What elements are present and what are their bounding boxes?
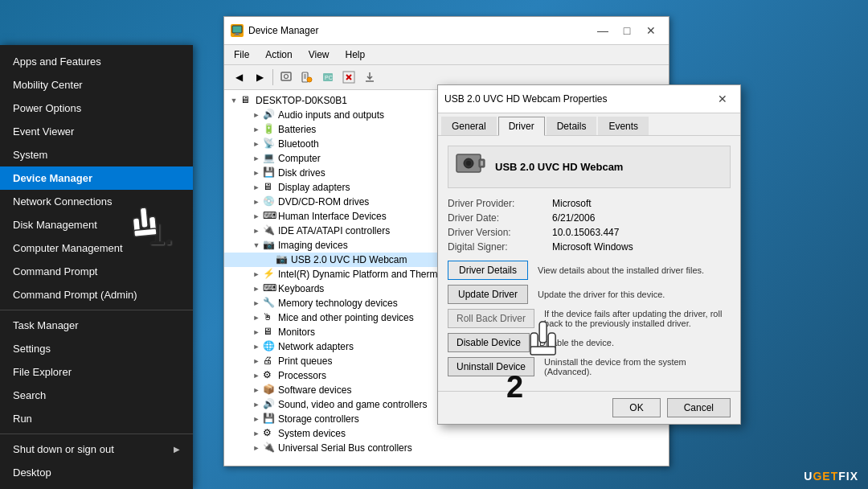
expand-network[interactable]: ►	[250, 340, 263, 353]
ide-icon: 🔌	[263, 224, 276, 237]
expand-print[interactable]: ►	[250, 355, 263, 368]
expand-computer[interactable]: ►	[250, 152, 263, 165]
tree-label-monitors: Monitors	[278, 327, 315, 338]
menu-item-shutdown[interactable]: Shut down or sign out ▶	[0, 438, 193, 461]
tree-label-webcam: USB 2.0 UVC HD Webcam	[291, 254, 407, 265]
expand-software[interactable]: ►	[250, 384, 263, 397]
toolbar-forward[interactable]: ▶	[250, 68, 269, 87]
expand-bluetooth[interactable]: ►	[250, 138, 263, 150]
expand-root[interactable]: ▼	[227, 94, 240, 107]
menu-item-cmd[interactable]: Command Prompt	[0, 260, 193, 283]
menu-item-settings[interactable]: Settings	[0, 337, 193, 360]
computer-tree-icon: 💻	[263, 152, 276, 165]
expand-ide[interactable]: ►	[250, 224, 263, 237]
menu-item-device-manager[interactable]: Device Manager	[0, 166, 193, 190]
svg-point-22	[466, 161, 471, 166]
menu-action[interactable]: Action	[259, 47, 298, 63]
disable-device-button[interactable]: Disable Device	[448, 333, 530, 352]
uninstall-device-desc: Uninstall the device from the system (Ad…	[544, 357, 731, 376]
expand-batteries[interactable]: ►	[250, 123, 263, 136]
value-provider: Microsoft	[552, 198, 592, 209]
menu-help[interactable]: Help	[339, 47, 372, 63]
expand-imaging[interactable]: ▼	[250, 239, 263, 252]
btn-row-uninstall: Uninstall Device Uninstall the device fr…	[448, 357, 731, 376]
toolbar-back[interactable]: ◀	[229, 68, 248, 87]
menu-item-desktop[interactable]: Desktop	[0, 461, 193, 484]
separator-2	[0, 434, 193, 434]
props-device-header: USB 2.0 UVC HD Webcam	[448, 146, 731, 188]
menu-item-system[interactable]: System	[0, 143, 193, 166]
expand-proc[interactable]: ►	[250, 369, 263, 382]
menu-item-power[interactable]: Power Options	[0, 97, 193, 120]
driver-details-desc: View details about the installed driver …	[538, 265, 731, 275]
tree-item-sysdev[interactable]: ► ⚙ System devices	[224, 426, 669, 441]
tree-label-sysdev: System devices	[278, 428, 346, 439]
expand-display[interactable]: ►	[250, 181, 263, 194]
expand-memory[interactable]: ►	[250, 297, 263, 310]
toolbar-properties[interactable]	[297, 68, 317, 87]
menu-item-mobility[interactable]: Mobility Center	[0, 73, 193, 97]
svg-rect-5	[235, 33, 239, 35]
toolbar-download[interactable]	[360, 68, 379, 87]
expand-sound[interactable]: ►	[250, 398, 263, 411]
print-icon: 🖨	[263, 355, 276, 368]
menu-item-file-explorer[interactable]: File Explorer	[0, 360, 193, 384]
update-driver-button[interactable]: Update Driver	[448, 285, 528, 304]
tab-driver[interactable]: Driver	[498, 117, 545, 136]
expand-storage[interactable]: ►	[250, 413, 263, 425]
tree-label-print: Print queues	[278, 355, 332, 367]
expand-monitors[interactable]: ►	[250, 326, 263, 339]
disk-icon: 💾	[263, 166, 276, 179]
menu-item-cmd-admin[interactable]: Command Prompt (Admin)	[0, 283, 193, 306]
expand-usb[interactable]: ►	[250, 442, 263, 454]
expand-dvd[interactable]: ►	[250, 195, 263, 208]
maximize-button[interactable]: □	[616, 22, 638, 39]
expand-hid[interactable]: ►	[250, 210, 263, 223]
btn-row-disable: Disable Device Disable the device.	[448, 333, 731, 352]
close-button[interactable]: ✕	[640, 22, 662, 39]
svg-rect-0	[140, 208, 148, 228]
expand-intel[interactable]: ►	[250, 268, 263, 281]
expand-keyboard[interactable]: ►	[250, 282, 263, 295]
menu-item-search[interactable]: Search	[0, 384, 193, 407]
hid-icon: ⌨	[263, 210, 276, 223]
btn-row-rollback: Roll Back Driver If the device fails aft…	[448, 309, 731, 328]
props-tabs: General Driver Details Events	[438, 113, 740, 136]
imaging-icon: 📷	[263, 239, 276, 252]
tab-general[interactable]: General	[441, 117, 497, 135]
tree-item-usb[interactable]: ► 🔌 Universal Serial Bus controllers	[224, 441, 669, 455]
sysdev-icon: ⚙	[263, 427, 276, 440]
driver-details-button[interactable]: Driver Details	[448, 261, 528, 280]
cancel-button[interactable]: Cancel	[667, 398, 731, 417]
rollback-driver-desc: If the device fails after updating the d…	[544, 309, 731, 328]
toolbar-scan[interactable]	[276, 68, 296, 87]
value-version: 10.0.15063.447	[552, 227, 619, 238]
expand-sysdev[interactable]: ►	[250, 427, 263, 440]
disable-device-desc: Disable the device.	[539, 338, 731, 347]
expand-mice[interactable]: ►	[250, 311, 263, 324]
ok-button[interactable]: OK	[612, 398, 660, 417]
dm-titlebar: Device Manager — □ ✕	[224, 17, 669, 45]
menu-item-apps[interactable]: Apps and Features	[0, 50, 193, 73]
expand-audio[interactable]: ►	[250, 109, 263, 121]
proc-icon: ⚙	[263, 369, 276, 382]
menu-item-task-mgr[interactable]: Task Manager	[0, 314, 193, 337]
minimize-button[interactable]: —	[592, 22, 614, 39]
expand-disk[interactable]: ►	[250, 166, 263, 179]
info-row-provider: Driver Provider: Microsoft	[448, 198, 731, 209]
tab-details[interactable]: Details	[547, 117, 597, 135]
toolbar-enable[interactable]	[339, 68, 358, 87]
watermark-get: GET	[813, 470, 838, 483]
menu-file[interactable]: File	[227, 47, 256, 63]
webcam-icon: 📷	[276, 253, 289, 266]
menu-view[interactable]: View	[302, 47, 336, 63]
mice-icon: 🖱	[263, 311, 276, 324]
tab-events[interactable]: Events	[598, 117, 649, 135]
toolbar-update[interactable]: PC	[318, 68, 338, 87]
menu-item-network[interactable]: Network Connections	[0, 190, 193, 213]
menu-item-event[interactable]: Event Viewer	[0, 120, 193, 143]
computer-icon: 🖥	[240, 94, 253, 107]
menu-item-run[interactable]: Run	[0, 407, 193, 430]
software-icon: 📦	[263, 384, 276, 397]
props-close-button[interactable]: ✕	[711, 90, 734, 108]
